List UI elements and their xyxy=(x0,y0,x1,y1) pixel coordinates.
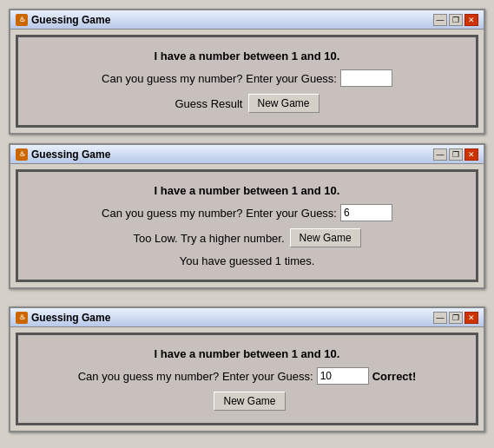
row-3-1: I have a number between 1 and 10. xyxy=(36,347,458,360)
java-icon-1: ♨ xyxy=(16,14,28,26)
restore-button-2[interactable]: ❐ xyxy=(449,148,463,161)
restore-button-1[interactable]: ❐ xyxy=(449,14,463,26)
window-content-2: I have a number between 1 and 10. Can yo… xyxy=(16,169,478,282)
title-buttons-3: — ❐ ✕ xyxy=(433,312,478,324)
guess-prompt-2: Can you guess my number? Enter your Gues… xyxy=(102,207,337,220)
title-bar-2: ♨ Guessing Game — ❐ ✕ xyxy=(10,145,484,164)
minimize-button-3[interactable]: — xyxy=(433,312,447,324)
restore-button-3[interactable]: ❐ xyxy=(449,312,463,324)
title-bar-left-1: ♨ Guessing Game xyxy=(16,14,110,26)
window-content-3: I have a number between 1 and 10. Can yo… xyxy=(16,333,478,425)
title-buttons-1: — ❐ ✕ xyxy=(433,14,478,26)
window-title-1: Guessing Game xyxy=(31,14,110,26)
window-title-3: Guessing Game xyxy=(31,312,110,324)
range-label-1: I have a number between 1 and 10. xyxy=(155,49,340,63)
row-3-3: New Game xyxy=(36,392,458,411)
result-label-2: Too Low. Try a higher number. xyxy=(133,232,284,245)
row-2-1: I have a number between 1 and 10. xyxy=(36,184,458,197)
window-1: ♨ Guessing Game — ❐ ✕ I have a number be… xyxy=(9,9,485,135)
row-2-3: Too Low. Try a higher number. New Game xyxy=(36,228,458,247)
row-3-2: Can you guess my number? Enter your Gues… xyxy=(36,367,458,385)
java-icon-2: ♨ xyxy=(16,148,28,161)
title-bar-left-3: ♨ Guessing Game xyxy=(16,312,110,324)
row-2-2: Can you guess my number? Enter your Gues… xyxy=(36,204,458,221)
guess-input-2[interactable] xyxy=(340,204,392,221)
correct-label-3: Correct! xyxy=(372,370,417,383)
window-2: ♨ Guessing Game — ❐ ✕ I have a number be… xyxy=(9,143,485,289)
range-label-2: I have a number between 1 and 10. xyxy=(155,184,340,197)
close-button-1[interactable]: ✕ xyxy=(464,14,478,26)
java-icon-3: ♨ xyxy=(16,312,28,324)
row-1-3: Guess Result New Game xyxy=(36,94,458,113)
close-button-3[interactable]: ✕ xyxy=(464,312,478,324)
window-title-2: Guessing Game xyxy=(31,148,110,161)
close-button-2[interactable]: ✕ xyxy=(464,148,478,161)
guess-input-3[interactable] xyxy=(317,367,369,385)
row-1-1: I have a number between 1 and 10. xyxy=(36,49,458,63)
title-bar-1: ♨ Guessing Game — ❐ ✕ xyxy=(10,10,484,30)
title-buttons-2: — ❐ ✕ xyxy=(433,148,478,161)
guess-prompt-1: Can you guess my number? Enter your Gues… xyxy=(102,72,337,85)
new-game-button-2[interactable]: New Game xyxy=(290,228,361,247)
row-2-4: You have guessed 1 times. xyxy=(36,254,458,267)
range-label-3: I have a number between 1 and 10. xyxy=(155,347,340,360)
minimize-button-1[interactable]: — xyxy=(433,14,447,26)
guess-count-2: You have guessed 1 times. xyxy=(180,254,315,267)
guess-input-1[interactable] xyxy=(340,69,392,87)
result-label-1: Guess Result xyxy=(175,97,242,110)
window-3: ♨ Guessing Game — ❐ ✕ I have a number be… xyxy=(9,306,485,432)
new-game-button-3[interactable]: New Game xyxy=(214,392,285,411)
row-1-2: Can you guess my number? Enter your Gues… xyxy=(36,69,458,87)
title-bar-3: ♨ Guessing Game — ❐ ✕ xyxy=(10,308,484,327)
window-content-1: I have a number between 1 and 10. Can yo… xyxy=(16,35,478,128)
guess-prompt-3: Can you guess my number? Enter your Gues… xyxy=(78,370,313,383)
title-bar-left-2: ♨ Guessing Game xyxy=(16,148,110,161)
minimize-button-2[interactable]: — xyxy=(433,148,447,161)
new-game-button-1[interactable]: New Game xyxy=(248,94,319,113)
